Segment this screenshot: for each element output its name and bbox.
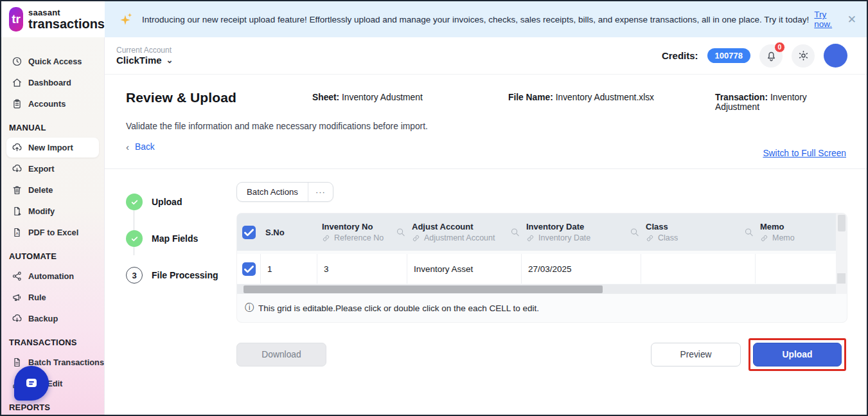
transaction-info: Transaction: Inventory Adjustment (715, 93, 847, 112)
sidebar-item-export[interactable]: Export (6, 159, 99, 179)
sidebar-section-label: TRANSACTIONS (9, 338, 96, 347)
sidebar-item-label: New Import (28, 143, 73, 152)
sidebar-section-label: REPORTS (9, 402, 96, 412)
try-now-link[interactable]: Try now. (814, 10, 837, 29)
grid-header-select-cell (237, 213, 260, 251)
actions-row: Download Preview Upload (236, 338, 847, 371)
link-icon (412, 234, 420, 242)
search-icon[interactable] (630, 228, 639, 237)
page-content: Review & Upload Sheet: Inventory Adustme… (105, 75, 867, 415)
sidebar-item-quick-access[interactable]: Quick Access (6, 51, 99, 71)
settings-button[interactable] (792, 44, 815, 68)
sidebar-section: MANUALNew ImportExportDeleteModifyAPDF t… (6, 123, 99, 242)
sidebar-item-label: Export (28, 164, 55, 174)
grid-column-header-adjust-account[interactable]: Adjust AccountAdjustment Account (407, 213, 521, 251)
grid-column-header-memo[interactable]: MemoMemo (755, 213, 836, 251)
more-actions-button[interactable]: ··· (308, 183, 333, 201)
clock-icon (12, 56, 22, 67)
chat-widget-button[interactable] (14, 366, 49, 401)
brand-name: saasant transactions (28, 8, 105, 30)
notification-count-badge: 0 (774, 42, 785, 53)
grid-cell[interactable] (755, 254, 836, 284)
download-button[interactable]: Download (236, 343, 326, 366)
grid-column-header-inventory-no[interactable]: Inventory NoReference No (317, 213, 407, 251)
grid-cell[interactable] (641, 254, 755, 284)
preview-button[interactable]: Preview (651, 343, 741, 366)
upload-button[interactable]: Upload (753, 343, 842, 366)
account-switcher[interactable]: Current Account ClickTime ⌄ (116, 46, 173, 66)
grid-cell[interactable]: 1 (260, 254, 317, 284)
grid-column-header-s-no[interactable]: S.No (260, 213, 317, 251)
mapped-field-name: Memo (772, 233, 795, 242)
current-account-label: Current Account (116, 46, 173, 55)
search-icon[interactable] (510, 228, 520, 237)
batch-actions-split-button: Batch Actions ··· (236, 182, 333, 202)
sidebar-item-new-import[interactable]: New Import (6, 138, 99, 158)
sidebar-item-label: Backup (28, 314, 58, 323)
column-title: Inventory No (322, 222, 402, 231)
sidebar-section: AUTOMATEAutomationRuleBackup (6, 251, 99, 329)
row-checkbox[interactable] (242, 262, 256, 276)
notifications-button[interactable]: 0 (759, 44, 783, 68)
current-account-name: ClickTime (116, 55, 162, 66)
step-label: Upload (152, 197, 182, 207)
sidebar-item-modify[interactable]: Modify (6, 201, 99, 221)
mapped-field-name: Reference No (334, 233, 384, 242)
grid-column-header-inventory-date[interactable]: Inventory DateInventory Date (521, 213, 641, 251)
column-title: Class (646, 222, 750, 231)
banner-close-icon[interactable]: ✕ (847, 13, 856, 26)
top-row: tr saasant transactions Introducing our … (1, 1, 867, 37)
grid-row-select-cell (237, 254, 260, 284)
cloud-download-icon (12, 163, 22, 174)
sidebar-item-automation[interactable]: Automation (6, 266, 99, 286)
grid-cell[interactable]: 3 (317, 254, 407, 284)
column-mapping: Class (646, 233, 750, 242)
user-avatar[interactable] (824, 44, 847, 68)
sidebar: Quick AccessDashboardAccountsMANUALNew I… (1, 37, 105, 415)
select-all-checkbox[interactable] (242, 226, 256, 239)
column-mapping: Memo (760, 233, 831, 242)
search-icon[interactable] (396, 228, 405, 237)
column-mapping: Reference No (322, 233, 402, 242)
vertical-scrollbar-thumb[interactable] (838, 215, 846, 231)
account-bar-right: Credits: 100778 0 (662, 44, 847, 68)
horizontal-scrollbar-thumb[interactable] (244, 285, 603, 293)
sidebar-item-dashboard[interactable]: Dashboard (6, 73, 99, 93)
sheet-info: Sheet: Inventory Adustment (312, 93, 508, 102)
column-title: Inventory Date (526, 222, 635, 231)
mapped-field-name: Class (658, 233, 678, 242)
grid-column-header-class[interactable]: ClassClass (641, 213, 755, 251)
file-edit-icon (12, 206, 22, 217)
sidebar-item-delete[interactable]: Delete (6, 180, 99, 200)
page-subtitle: Validate the file information and make n… (126, 122, 847, 131)
sidebar-item-rule[interactable]: Rule (6, 287, 99, 307)
search-icon[interactable] (744, 228, 754, 237)
file-info: File Name: Inventory Adustment.xlsx (508, 93, 715, 102)
body-row: Quick AccessDashboardAccountsMANUALNew I… (1, 37, 867, 415)
upload-annotation-highlight: Upload (748, 338, 846, 371)
sidebar-item-backup[interactable]: Backup (6, 309, 99, 329)
sidebar-item-accounts[interactable]: Accounts (6, 94, 99, 114)
grid-note-text: This grid is editable.Please click or do… (258, 303, 539, 313)
link-icon (322, 234, 330, 242)
scrollbar-corner (837, 273, 846, 284)
batch-actions-button[interactable]: Batch Actions (237, 183, 308, 201)
banner-message: Introducing our new receipt upload featu… (142, 15, 809, 24)
sidebar-item-pdf-to-excel[interactable]: APDF to Excel (6, 222, 99, 242)
brand-name-top: saasant (28, 8, 105, 17)
switch-fullscreen-link[interactable]: Switch to Full Screen (763, 149, 846, 158)
data-grid: S.NoInventory NoReference NoAdjust Accou… (236, 213, 847, 323)
grid-data-row: 13Inventory Asset27/03/2025 (237, 254, 836, 284)
grid-cell[interactable]: Inventory Asset (407, 254, 521, 284)
file-icon (12, 357, 22, 368)
sidebar-nav: Quick AccessDashboardAccountsMANUALNew I… (6, 51, 99, 415)
cloud-upload-icon (12, 142, 22, 153)
info-icon: ⓘ (245, 302, 254, 314)
sidebar-section-label: AUTOMATE (9, 251, 96, 261)
step-check-icon (126, 230, 143, 247)
sidebar-item-label: Accounts (28, 99, 66, 109)
step-file-processing: 3File Processing (126, 267, 236, 284)
grid-cell[interactable]: 27/03/2025 (521, 254, 641, 284)
grid-editable-note: ⓘ This grid is editable.Please click or … (237, 294, 847, 322)
brand-logo-icon: tr (9, 7, 23, 32)
